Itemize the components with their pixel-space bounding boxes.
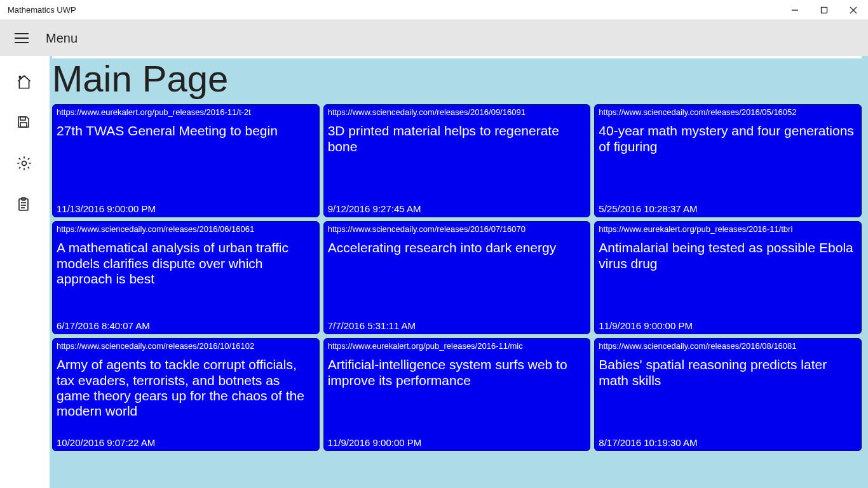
news-card[interactable]: https://www.eurekalert.org/pub_releases/… (594, 221, 862, 334)
clipboard-icon[interactable] (16, 196, 34, 214)
news-card[interactable]: https://www.eurekalert.org/pub_releases/… (52, 104, 320, 217)
news-url: https://www.eurekalert.org/pub_releases/… (599, 224, 857, 234)
news-card[interactable]: https://www.sciencedaily.com/releases/20… (594, 104, 862, 217)
news-headline: Antimalarial being tested as possible Eb… (599, 240, 857, 271)
news-date: 11/9/2016 9:00:00 PM (599, 320, 693, 331)
news-headline: Artificial-intelligence system surfs web… (328, 357, 587, 388)
news-card[interactable]: https://www.sciencedaily.com/releases/20… (323, 104, 591, 217)
window-titlebar: Mathematics UWP (0, 0, 868, 20)
news-headline: 27th TWAS General Meeting to begin (57, 123, 315, 139)
news-date: 5/25/2016 10:28:37 AM (599, 203, 697, 214)
news-url: https://www.eurekalert.org/pub_releases/… (57, 107, 315, 118)
window-title: Mathematics UWP (8, 5, 76, 15)
news-grid: https://www.eurekalert.org/pub_releases/… (52, 104, 862, 451)
news-url: https://www.sciencedaily.com/releases/20… (599, 341, 857, 351)
news-date: 11/9/2016 9:00:00 PM (328, 437, 422, 448)
news-card[interactable]: https://www.sciencedaily.com/releases/20… (52, 221, 320, 334)
news-card[interactable]: https://www.sciencedaily.com/releases/20… (323, 221, 591, 334)
menubar: Menu (0, 20, 868, 56)
hamburger-icon[interactable] (13, 29, 31, 47)
maximize-button[interactable] (810, 0, 839, 20)
close-button[interactable] (839, 0, 868, 20)
content-pane: Main Page https://www.eurekalert.org/pub… (50, 56, 868, 488)
svg-point-7 (19, 76, 21, 78)
page-title: Main Page (52, 58, 862, 99)
save-icon[interactable] (16, 114, 34, 132)
news-headline: Babies' spatial reasoning predicts later… (599, 357, 857, 388)
news-url: https://www.sciencedaily.com/releases/20… (328, 107, 587, 118)
news-url: https://www.sciencedaily.com/releases/20… (57, 224, 315, 234)
side-rail (0, 56, 50, 488)
svg-rect-9 (20, 117, 25, 120)
news-url: https://www.sciencedaily.com/releases/20… (328, 224, 587, 234)
news-url: https://www.eurekalert.org/pub_releases/… (328, 341, 587, 351)
news-date: 8/17/2016 10:19:30 AM (599, 437, 697, 448)
news-date: 7/7/2016 5:31:11 AM (328, 320, 416, 331)
news-date: 9/12/2016 9:27:45 AM (328, 203, 421, 214)
svg-rect-10 (20, 123, 27, 127)
news-url: https://www.sciencedaily.com/releases/20… (57, 341, 315, 351)
news-card[interactable]: https://www.sciencedaily.com/releases/20… (52, 338, 320, 451)
window-controls (780, 0, 868, 20)
news-url: https://www.sciencedaily.com/releases/20… (599, 107, 857, 118)
gear-icon[interactable] (16, 155, 34, 173)
menu-label[interactable]: Menu (46, 31, 78, 46)
news-headline: 40-year math mystery and four generation… (599, 123, 857, 154)
news-card[interactable]: https://www.eurekalert.org/pub_releases/… (323, 338, 591, 451)
news-card[interactable]: https://www.sciencedaily.com/releases/20… (594, 338, 862, 451)
news-headline: Accelerating research into dark energy (328, 240, 587, 255)
news-headline: A mathematical analysis of urban traffic… (57, 240, 315, 286)
svg-point-11 (22, 161, 27, 166)
svg-rect-1 (822, 8, 827, 13)
news-date: 11/13/2016 9:00:00 PM (57, 203, 156, 214)
news-date: 10/20/2016 9:07:22 AM (57, 437, 155, 448)
minimize-button[interactable] (780, 0, 810, 20)
news-date: 6/17/2016 8:40:07 AM (57, 320, 150, 331)
home-icon[interactable] (16, 74, 34, 92)
news-headline: 3D printed material helps to regenerate … (328, 123, 587, 154)
news-headline: Army of agents to tackle corrupt officia… (57, 357, 315, 419)
